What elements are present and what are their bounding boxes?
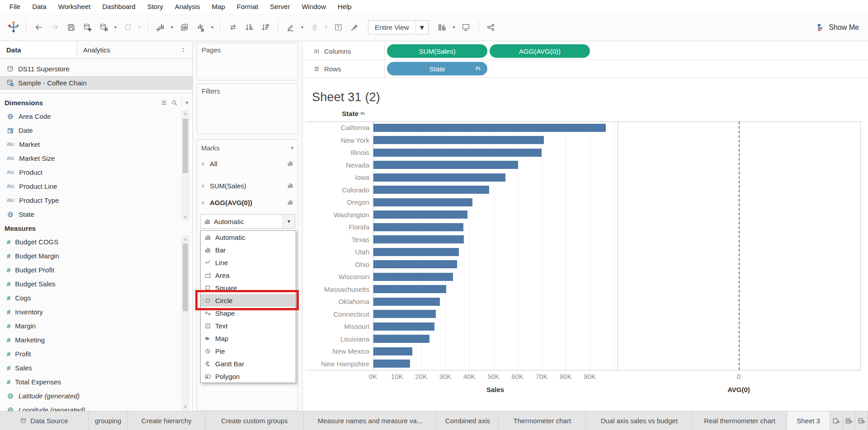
scroll-down-icon[interactable]: ∨	[182, 403, 189, 410]
bar-ohio[interactable]	[373, 260, 457, 268]
show-mark-labels-button[interactable]: T	[330, 19, 346, 35]
row-label-wisconsin[interactable]: Wisconsin	[302, 271, 369, 283]
bar-texas[interactable]	[373, 235, 464, 243]
dimension-market[interactable]: AbcMarket	[0, 137, 180, 151]
pause-auto-updates-caret[interactable]: ▾	[112, 19, 119, 35]
mark-type-option-polygon[interactable]: Polygon	[201, 370, 296, 383]
row-label-iowa[interactable]: Iowa	[302, 171, 369, 184]
save-button[interactable]	[63, 19, 79, 35]
mark-type-caret-icon[interactable]: ▼	[283, 215, 295, 228]
menu-map[interactable]: Map	[206, 0, 231, 14]
sort-ascending-button[interactable]	[241, 19, 257, 35]
bar-illinois[interactable]	[373, 149, 542, 157]
measure-inventory[interactable]: #Inventory	[0, 305, 180, 319]
marks-menu-caret-icon[interactable]: ▾	[291, 145, 293, 151]
row-label-utah[interactable]: Utah	[302, 246, 369, 258]
measure-latitude-generated-[interactable]: Latitude (generated)	[0, 389, 180, 403]
mark-type-option-map[interactable]: Map	[201, 332, 296, 345]
marks-section-all[interactable]: ∨ All	[197, 157, 297, 170]
row-label-nevada[interactable]: Nevada	[302, 159, 369, 172]
sheet-tab-sheet-3[interactable]: Sheet 3	[787, 411, 830, 430]
bar-wisconsin[interactable]	[373, 273, 453, 281]
dimension-product-line[interactable]: AbcProduct Line	[0, 179, 180, 193]
mark-type-option-gantt-bar[interactable]: Gantt Bar	[201, 357, 296, 370]
new-worksheet-tab-button[interactable]	[830, 411, 843, 430]
dimension-state[interactable]: State	[0, 207, 180, 221]
menu-window[interactable]: Window	[296, 0, 331, 14]
row-field-header[interactable]: State	[302, 110, 366, 117]
bar-new-hampshire[interactable]	[373, 360, 410, 368]
row-label-missouri[interactable]: Missouri	[302, 320, 369, 333]
new-story-tab-button[interactable]	[855, 411, 868, 430]
bar-connecticut[interactable]	[373, 310, 436, 318]
pause-auto-updates-button[interactable]	[95, 19, 112, 35]
row-label-texas[interactable]: Texas	[302, 234, 369, 246]
swap-rows-columns-button[interactable]	[225, 19, 241, 35]
new-data-source-button[interactable]	[79, 19, 95, 35]
measure-margin[interactable]: #Margin	[0, 319, 180, 333]
measure-budget-sales[interactable]: #Budget Sales	[0, 277, 180, 291]
bar-california[interactable]	[373, 124, 606, 132]
new-worksheet-caret[interactable]: ▾	[168, 19, 176, 35]
row-label-new-york[interactable]: New York	[302, 134, 369, 147]
row-label-new-hampshire[interactable]: New Hampshire	[302, 358, 369, 370]
dimensions-menu-caret-icon[interactable]: ▾	[185, 100, 188, 106]
row-label-oregon[interactable]: Oregon	[302, 196, 369, 209]
mark-type-option-square[interactable]: Square	[201, 281, 296, 294]
menu-worksheet[interactable]: Worksheet	[52, 0, 96, 14]
mark-type-option-automatic[interactable]: Automatic	[201, 231, 296, 243]
row-label-illinois[interactable]: Illinois	[302, 146, 369, 159]
bar-iowa[interactable]	[373, 173, 505, 182]
row-label-colorado[interactable]: Colorado	[302, 184, 369, 196]
sheet-tab-dual-axis-sales-vs-budget[interactable]: Dual axis sales vs budget	[586, 411, 693, 430]
dimension-product[interactable]: AbcProduct	[0, 165, 180, 179]
menu-dashboard[interactable]: Dashboard	[96, 0, 141, 14]
menu-file[interactable]: File	[4, 0, 26, 14]
row-label-louisiana[interactable]: Louisiana	[302, 333, 369, 346]
bar-utah[interactable]	[373, 248, 459, 256]
sheet-tab-thermometer-chart[interactable]: Thermometer chart	[499, 411, 586, 430]
measures-scrollbar[interactable]: ∧ ∨	[182, 236, 189, 410]
clear-sheet-caret[interactable]: ▾	[208, 19, 216, 35]
show-hide-cards-button[interactable]	[434, 19, 450, 35]
clear-sheet-button[interactable]	[192, 19, 208, 35]
fix-axes-button[interactable]	[346, 19, 363, 35]
mark-type-option-line[interactable]: Line	[201, 256, 296, 269]
menu-format[interactable]: Format	[231, 0, 264, 14]
search-icon[interactable]	[171, 99, 178, 106]
dimensions-scrollbar[interactable]: ∧ ∨	[182, 110, 189, 220]
sheet-tab-create-custom-groups[interactable]: Create custom groups	[206, 411, 304, 430]
dimension-date[interactable]: Date	[0, 123, 180, 137]
bar-oregon[interactable]	[373, 198, 472, 206]
row-label-massachusetts[interactable]: Massachusetts	[302, 283, 369, 296]
menu-help[interactable]: Help	[332, 0, 358, 14]
bar-florida[interactable]	[373, 223, 463, 231]
fit-selector[interactable]: Entire View ▼	[368, 20, 429, 34]
mark-type-option-pie[interactable]: Pie	[201, 345, 296, 357]
tableau-logo[interactable]	[5, 19, 22, 35]
sheet-tab-create-hierarchy[interactable]: Create hierarchy	[128, 411, 206, 430]
marks-section-agg-avg0[interactable]: ∧ AGG(AVG(0))	[197, 196, 297, 209]
row-label-connecticut[interactable]: Connecticut	[302, 308, 369, 321]
row-label-new-mexico[interactable]: New Mexico	[302, 345, 369, 358]
list-view-icon[interactable]	[160, 99, 167, 106]
new-dashboard-tab-button[interactable]	[843, 411, 855, 430]
mark-type-option-bar[interactable]: Bar	[201, 243, 296, 256]
menu-analysis[interactable]: Analysis	[169, 0, 206, 14]
scroll-up-icon[interactable]: ∧	[182, 236, 189, 243]
scroll-down-icon[interactable]: ∨	[182, 214, 189, 220]
data-source-item-selected[interactable]: Sample - Coffee Chain	[0, 76, 193, 90]
filters-shelf[interactable]: Filters	[197, 84, 298, 134]
data-source-item[interactable]: DS11 Superstore	[0, 62, 193, 76]
tab-data[interactable]: Data	[0, 42, 77, 58]
mark-type-option-text[interactable]: TText	[201, 319, 296, 332]
marks-section-sum-sales[interactable]: ∨ SUM(Sales)	[197, 179, 297, 192]
menu-story[interactable]: Story	[142, 0, 169, 14]
presentation-mode-button[interactable]	[458, 19, 474, 35]
highlight-button[interactable]	[282, 19, 298, 35]
menu-data[interactable]: Data	[26, 0, 52, 14]
sheet-tab-data-source[interactable]: Data Source	[0, 411, 89, 430]
bar-nevada[interactable]	[373, 161, 518, 169]
bar-massachusetts[interactable]	[373, 285, 446, 293]
sheet-tab-measure-names-and-measure-va-[interactable]: Measure names and measure va...	[304, 411, 437, 430]
